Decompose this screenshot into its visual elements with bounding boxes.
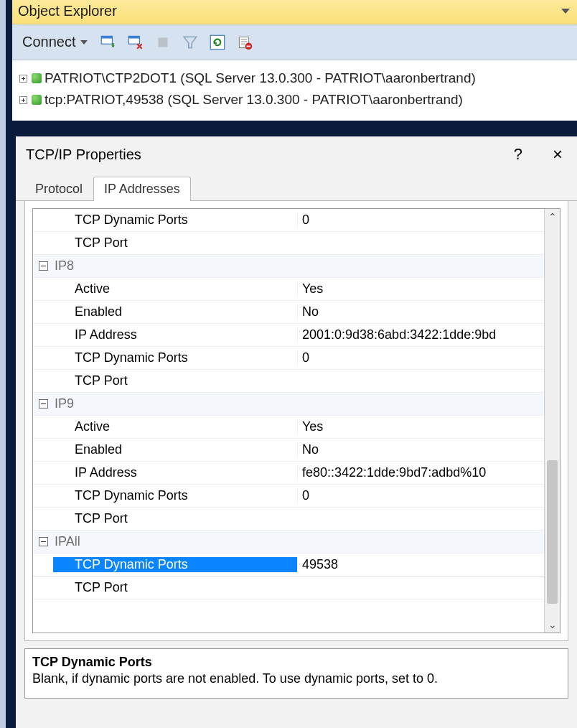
object-explorer-title: Object Explorer bbox=[18, 3, 117, 19]
property-label: TCP Port bbox=[53, 373, 297, 388]
policy-icon[interactable] bbox=[235, 33, 254, 52]
property-row[interactable]: TCP Dynamic Ports49538 bbox=[33, 554, 544, 577]
help-button[interactable]: ? bbox=[504, 145, 533, 164]
database-server-icon bbox=[32, 95, 42, 105]
connect-button[interactable]: Connect bbox=[19, 32, 90, 52]
property-value[interactable]: 2001:0:9d38:6abd:3422:1dde:9bd bbox=[297, 327, 544, 342]
dialog-title: TCP/IP Properties bbox=[26, 146, 504, 163]
connect-label: Connect bbox=[22, 34, 76, 50]
property-grid[interactable]: TCP Dynamic Ports0TCP PortIP8ActiveYesEn… bbox=[32, 208, 560, 633]
tree-node-label: PATRIOT\CTP2DOT1 (SQL Server 13.0.300 - … bbox=[44, 70, 476, 86]
svg-rect-1 bbox=[101, 36, 112, 38]
property-value[interactable]: No bbox=[297, 304, 544, 319]
section-label: IP8 bbox=[53, 258, 297, 274]
object-explorer-titlebar: Object Explorer bbox=[12, 0, 577, 24]
property-row[interactable]: EnabledNo bbox=[33, 439, 544, 462]
property-value[interactable]: 49538 bbox=[297, 557, 544, 572]
section-label: IPAll bbox=[53, 534, 297, 549]
property-label: TCP Dynamic Ports bbox=[53, 557, 297, 572]
object-explorer-panel: Object Explorer Connect PATR bbox=[12, 0, 577, 121]
property-grid-scrollbar[interactable]: ⌃ ⌄ bbox=[544, 209, 560, 633]
property-row[interactable]: TCP Dynamic Ports0 bbox=[33, 209, 544, 232]
property-value[interactable]: No bbox=[297, 442, 544, 457]
property-value[interactable]: 0 bbox=[297, 350, 544, 365]
property-label: Active bbox=[53, 419, 297, 434]
connect-server-icon[interactable] bbox=[99, 33, 118, 52]
property-label-text: TCP Dynamic Ports bbox=[53, 557, 297, 572]
property-label: TCP Dynamic Ports bbox=[53, 488, 297, 503]
tab-ip-addresses[interactable]: IP Addresses bbox=[93, 177, 191, 201]
row-gutter bbox=[33, 261, 53, 271]
property-label: Enabled bbox=[53, 442, 297, 457]
property-label: IP Address bbox=[53, 327, 297, 342]
svg-rect-4 bbox=[158, 37, 167, 47]
object-explorer-tree[interactable]: PATRIOT\CTP2DOT1 (SQL Server 13.0.300 - … bbox=[12, 60, 577, 121]
property-value[interactable]: 0 bbox=[297, 488, 544, 503]
property-section-header[interactable]: IPAll bbox=[33, 531, 544, 554]
close-button[interactable]: × bbox=[533, 144, 567, 164]
property-help-title: TCP Dynamic Ports bbox=[32, 655, 560, 670]
row-gutter bbox=[33, 399, 53, 409]
svg-rect-3 bbox=[128, 36, 139, 38]
collapse-icon[interactable] bbox=[39, 537, 48, 546]
database-server-icon bbox=[32, 73, 42, 83]
disconnect-server-icon[interactable] bbox=[126, 33, 145, 52]
property-section-header[interactable]: IP9 bbox=[33, 393, 544, 416]
dialog-tabs: Protocol IP Addresses bbox=[16, 176, 577, 201]
panel-menu-icon[interactable] bbox=[561, 9, 570, 14]
scroll-thumb[interactable] bbox=[547, 460, 558, 604]
refresh-icon[interactable] bbox=[208, 33, 227, 52]
property-row[interactable]: IP Addressfe80::3422:1dde:9bd7:adbd%10 bbox=[33, 462, 544, 485]
property-label: IP Address bbox=[53, 465, 297, 480]
collapse-icon[interactable] bbox=[39, 399, 48, 409]
property-label: TCP Dynamic Ports bbox=[53, 213, 297, 228]
property-label: Active bbox=[53, 281, 297, 297]
expand-icon[interactable] bbox=[19, 75, 27, 83]
dialog-titlebar: TCP/IP Properties ? × bbox=[16, 137, 577, 176]
property-label: TCP Port bbox=[53, 235, 297, 251]
property-value[interactable]: Yes bbox=[297, 419, 544, 434]
object-explorer-toolbar: Connect bbox=[12, 24, 577, 60]
property-label: TCP Port bbox=[53, 511, 297, 526]
tree-node[interactable]: PATRIOT\CTP2DOT1 (SQL Server 13.0.300 - … bbox=[19, 67, 573, 89]
scroll-up-icon[interactable]: ⌃ bbox=[545, 209, 560, 225]
chevron-down-icon bbox=[80, 40, 88, 45]
filter-icon[interactable] bbox=[181, 33, 200, 52]
property-value[interactable]: Yes bbox=[297, 281, 544, 297]
property-label: TCP Port bbox=[53, 580, 297, 595]
scroll-down-icon[interactable]: ⌄ bbox=[545, 617, 560, 633]
property-row[interactable]: IP Address2001:0:9d38:6abd:3422:1dde:9bd bbox=[33, 324, 544, 347]
property-row[interactable]: ActiveYes bbox=[33, 278, 544, 301]
tab-protocol[interactable]: Protocol bbox=[24, 177, 93, 201]
row-gutter bbox=[33, 537, 53, 546]
property-help-box: TCP Dynamic Ports Blank, if dynamic port… bbox=[24, 648, 568, 699]
collapse-icon[interactable] bbox=[39, 261, 48, 271]
property-label: Enabled bbox=[53, 304, 297, 319]
tree-node[interactable]: tcp:PATRIOT,49538 (SQL Server 13.0.300 -… bbox=[19, 89, 573, 111]
stop-icon bbox=[154, 33, 172, 52]
svg-rect-5 bbox=[210, 35, 225, 50]
property-section-header[interactable]: IP8 bbox=[33, 255, 544, 278]
tcpip-properties-dialog: TCP/IP Properties ? × Protocol IP Addres… bbox=[16, 136, 577, 728]
expand-icon[interactable] bbox=[19, 96, 27, 104]
property-label: TCP Dynamic Ports bbox=[53, 350, 297, 365]
tree-node-label: tcp:PATRIOT,49538 (SQL Server 13.0.300 -… bbox=[44, 92, 463, 108]
property-help-body: Blank, if dynamic ports are not enabled.… bbox=[32, 671, 560, 686]
property-row[interactable]: TCP Port bbox=[33, 577, 544, 599]
property-row[interactable]: TCP Port bbox=[33, 508, 544, 531]
section-label: IP9 bbox=[53, 396, 297, 411]
tab-body: TCP Dynamic Ports0TCP PortIP8ActiveYesEn… bbox=[24, 201, 568, 641]
property-value[interactable]: 0 bbox=[297, 213, 544, 228]
parent-window-edge bbox=[0, 0, 6, 728]
property-row[interactable]: TCP Port bbox=[33, 370, 544, 393]
property-row[interactable]: TCP Dynamic Ports0 bbox=[33, 485, 544, 508]
property-row[interactable]: TCP Dynamic Ports0 bbox=[33, 347, 544, 370]
property-row[interactable]: ActiveYes bbox=[33, 416, 544, 439]
property-row[interactable]: TCP Port bbox=[33, 232, 544, 255]
property-row[interactable]: EnabledNo bbox=[33, 301, 544, 324]
property-value[interactable]: fe80::3422:1dde:9bd7:adbd%10 bbox=[297, 465, 544, 480]
